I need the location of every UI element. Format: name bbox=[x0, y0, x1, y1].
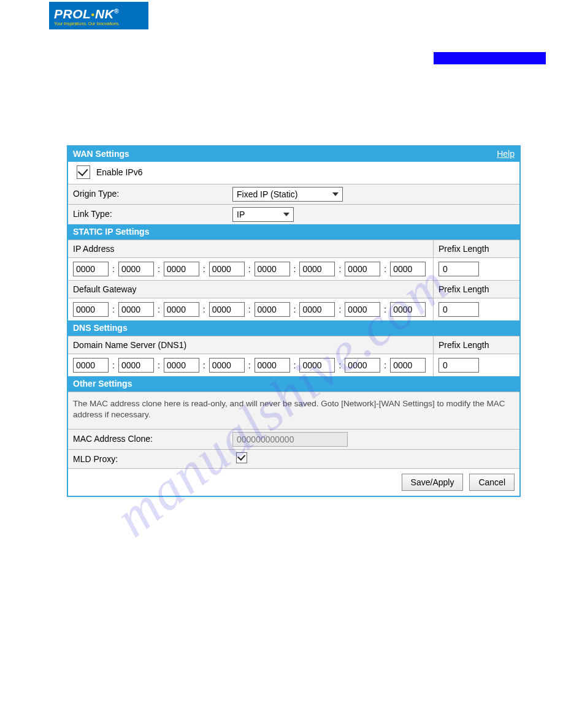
mac-note: The MAC address clone here is read-only,… bbox=[68, 392, 519, 429]
ip-octet-4[interactable]: 0000 bbox=[209, 262, 245, 276]
gw-octet-5[interactable]: 0000 bbox=[255, 302, 290, 317]
ip-address-label-row: IP Address Prefix Length bbox=[68, 240, 519, 257]
dns1-prefix-label: Prefix Length bbox=[434, 336, 519, 354]
gw-prefix-input[interactable]: 0 bbox=[439, 302, 479, 317]
gw-octet-7[interactable]: 0000 bbox=[345, 302, 380, 317]
dns1-octet-3[interactable]: 0000 bbox=[164, 358, 199, 373]
chevron-down-icon bbox=[332, 192, 339, 196]
dns1-octet-4[interactable]: 0000 bbox=[209, 358, 245, 373]
dns1-octet-1[interactable]: 0000 bbox=[73, 358, 109, 373]
check-icon bbox=[237, 453, 245, 461]
mac-clone-input: 000000000000 bbox=[232, 432, 348, 447]
ip-octet-3[interactable]: 0000 bbox=[164, 262, 199, 276]
dns1-input-row: 0000: 0000: 0000: 0000: 0000: 0000: 0000… bbox=[68, 354, 519, 376]
gw-octet-6[interactable]: 0000 bbox=[299, 302, 335, 317]
mac-clone-row: MAC Address Clone: 000000000000 bbox=[68, 429, 519, 449]
cancel-button[interactable]: Cancel bbox=[469, 474, 515, 491]
gw-octet-4[interactable]: 0000 bbox=[209, 302, 245, 317]
gateway-inputs: 0000: 0000: 0000: 0000: 0000: 0000: 0000… bbox=[73, 302, 428, 317]
gw-prefix-length-label: Prefix Length bbox=[434, 281, 519, 298]
gateway-label-row: Default Gateway Prefix Length bbox=[68, 280, 519, 298]
dns1-prefix-input[interactable]: 0 bbox=[439, 358, 479, 373]
dns1-inputs: 0000: 0000: 0000: 0000: 0000: 0000: 0000… bbox=[73, 358, 428, 373]
link-type-select[interactable]: IP bbox=[232, 207, 294, 222]
dns1-octet-7[interactable]: 0000 bbox=[345, 358, 380, 373]
gw-octet-3[interactable]: 0000 bbox=[164, 302, 199, 317]
gw-octet-2[interactable]: 0000 bbox=[118, 302, 154, 317]
ip-octet-8[interactable]: 0000 bbox=[390, 262, 426, 276]
link-type-row: Link Type: IP bbox=[68, 204, 519, 224]
gw-octet-8[interactable]: 0000 bbox=[390, 302, 426, 317]
gw-octet-1[interactable]: 0000 bbox=[73, 302, 109, 317]
dns1-label-row: Domain Name Server (DNS1) Prefix Length bbox=[68, 336, 519, 354]
dns1-octet-8[interactable]: 0000 bbox=[390, 358, 426, 373]
origin-type-row: Origin Type: Fixed IP (Static) bbox=[68, 184, 519, 204]
dns1-octet-2[interactable]: 0000 bbox=[118, 358, 154, 373]
brand-name: PROL●NK® bbox=[54, 6, 144, 21]
mac-clone-label: MAC Address Clone: bbox=[68, 430, 228, 449]
brand-tagline: Your Inspirations. Our Innovations. bbox=[54, 21, 144, 26]
save-apply-button[interactable]: Save/Apply bbox=[402, 474, 464, 491]
dns1-label: Domain Name Server (DNS1) bbox=[68, 336, 434, 354]
ip-octet-1[interactable]: 0000 bbox=[73, 262, 109, 276]
static-ip-header: STATIC IP Settings bbox=[68, 224, 519, 240]
button-bar: Save/Apply Cancel bbox=[68, 468, 519, 496]
enable-ipv6-row: Enable IPv6 bbox=[68, 162, 519, 184]
ip-octet-2[interactable]: 0000 bbox=[118, 262, 154, 276]
dns1-octet-5[interactable]: 0000 bbox=[255, 358, 290, 373]
other-header: Other Settings bbox=[68, 376, 519, 392]
chevron-down-icon bbox=[283, 213, 289, 216]
mld-proxy-label: MLD Proxy: bbox=[68, 450, 228, 468]
mld-proxy-checkbox[interactable] bbox=[236, 452, 247, 463]
origin-type-label: Origin Type: bbox=[68, 184, 228, 204]
ip-octet-6[interactable]: 0000 bbox=[299, 262, 335, 276]
origin-type-value: Fixed IP (Static) bbox=[237, 189, 297, 199]
dns1-octet-6[interactable]: 0000 bbox=[299, 358, 335, 373]
enable-ipv6-label: Enable IPv6 bbox=[96, 167, 143, 177]
brand-logo: PROL●NK® Your Inspirations. Our Innovati… bbox=[49, 2, 148, 29]
ip-octet-7[interactable]: 0000 bbox=[345, 262, 380, 276]
gateway-input-row: 0000: 0000: 0000: 0000: 0000: 0000: 0000… bbox=[68, 298, 519, 320]
gateway-label: Default Gateway bbox=[68, 281, 434, 298]
edition-bar bbox=[434, 52, 546, 64]
check-icon bbox=[78, 165, 88, 176]
ip-address-inputs: 0000: 0000: 0000: 0000: 0000: 0000: 0000… bbox=[73, 262, 428, 276]
ip-address-input-row: 0000: 0000: 0000: 0000: 0000: 0000: 0000… bbox=[68, 257, 519, 280]
enable-ipv6-checkbox[interactable] bbox=[77, 165, 90, 179]
mld-proxy-row: MLD Proxy: bbox=[68, 449, 519, 468]
wan-settings-panel: WAN Settings Help Enable IPv6 Origin Typ… bbox=[67, 145, 521, 497]
dns-header: DNS Settings bbox=[68, 320, 519, 336]
ip-octet-5[interactable]: 0000 bbox=[255, 262, 290, 276]
help-link[interactable]: Help bbox=[497, 149, 515, 159]
ip-address-label: IP Address bbox=[68, 240, 434, 257]
panel-title: WAN Settings bbox=[73, 149, 129, 159]
origin-type-select[interactable]: Fixed IP (Static) bbox=[232, 187, 343, 202]
ip-prefix-input[interactable]: 0 bbox=[439, 262, 479, 276]
link-type-value: IP bbox=[237, 210, 245, 219]
link-type-label: Link Type: bbox=[68, 205, 228, 224]
panel-header: WAN Settings Help bbox=[68, 146, 519, 162]
prefix-length-label: Prefix Length bbox=[434, 240, 519, 257]
